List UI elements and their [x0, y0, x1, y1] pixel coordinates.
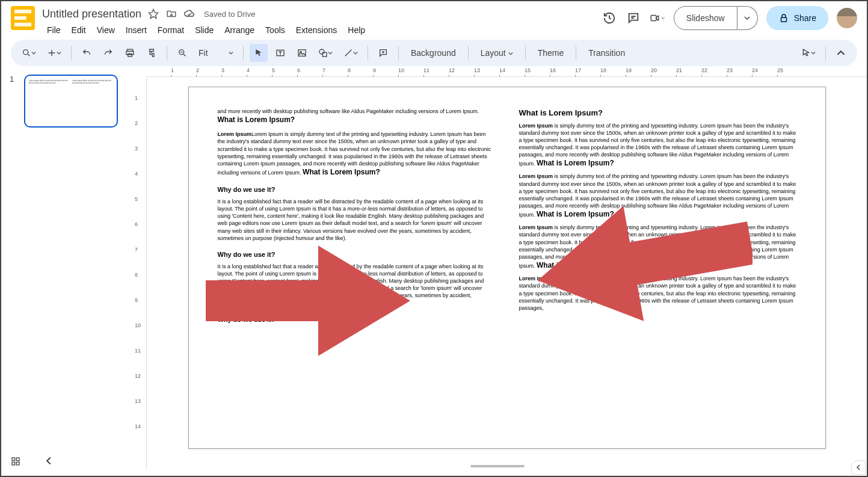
heading: What is Lorem Ipsum?	[537, 159, 614, 167]
saved-status: Saved to Drive	[204, 10, 255, 19]
menu-arrange[interactable]: Arrange	[220, 23, 259, 37]
textbox-button[interactable]	[271, 44, 289, 62]
svg-rect-8	[298, 50, 306, 57]
slideshow-dropdown[interactable]	[737, 6, 758, 30]
svg-rect-12	[12, 458, 15, 461]
transition-button[interactable]: Transition	[582, 48, 631, 58]
svg-rect-0	[651, 16, 656, 21]
annotation-arrow-left	[206, 235, 410, 367]
theme-button[interactable]: Theme	[532, 48, 570, 58]
star-icon[interactable]	[147, 8, 159, 20]
heading: What is Lorem Ipsum?	[303, 168, 380, 176]
grid-view-icon[interactable]	[11, 457, 20, 466]
annotation-arrow-right	[536, 186, 753, 337]
comments-icon[interactable]	[626, 10, 641, 26]
layout-button[interactable]: Layout	[475, 48, 519, 58]
menu-help[interactable]: Help	[343, 23, 370, 37]
svg-rect-1	[781, 17, 786, 22]
lock-icon	[778, 13, 789, 23]
cloud-saved-icon[interactable]	[183, 8, 195, 20]
collapse-filmstrip-icon[interactable]	[45, 457, 53, 466]
slideshow-button[interactable]: Slideshow	[674, 6, 737, 30]
menu-slide[interactable]: Slide	[190, 23, 218, 37]
background-button[interactable]: Background	[405, 48, 462, 58]
slides-logo[interactable]	[11, 6, 35, 30]
redo-button[interactable]	[99, 44, 117, 62]
image-button[interactable]	[293, 44, 311, 62]
menu-view[interactable]: View	[92, 23, 120, 37]
menu-tools[interactable]: Tools	[260, 23, 290, 37]
svg-point-2	[23, 50, 28, 55]
slide-thumbnail[interactable]: Lorem ipsum dolor sit amet text text tex…	[24, 75, 118, 128]
comment-add-button[interactable]	[374, 44, 392, 62]
undo-button[interactable]	[78, 44, 96, 62]
menu-bar: FileEditViewInsertFormatSlideArrangeTool…	[42, 23, 602, 37]
menu-edit[interactable]: Edit	[67, 23, 91, 37]
zoom-out-button[interactable]	[173, 44, 191, 62]
text-bold: Lorem Ipsum	[519, 173, 553, 179]
slide-number: 1	[10, 75, 14, 84]
document-title[interactable]: Untitled presentation	[42, 8, 141, 20]
menu-insert[interactable]: Insert	[121, 23, 152, 37]
share-button[interactable]: Share	[766, 6, 828, 30]
hide-menus-button[interactable]	[832, 44, 850, 62]
toolbar: Fit Background Layout Theme Transition	[11, 40, 857, 66]
account-avatar[interactable]	[837, 8, 857, 28]
svg-point-10	[319, 49, 324, 54]
new-slide-button[interactable]	[43, 44, 65, 62]
heading: Why do we use it?	[218, 185, 495, 194]
heading: What is Lorem Ipsum?	[218, 115, 295, 124]
speaker-notes-handle[interactable]	[470, 465, 525, 467]
search-menus-button[interactable]	[18, 44, 40, 62]
menu-extensions[interactable]: Extensions	[291, 23, 342, 37]
menu-format[interactable]: Format	[153, 23, 189, 37]
ruler-vertical: 1234567891011121314	[128, 77, 147, 470]
heading: What is Lorem Ipsum?	[519, 108, 796, 118]
zoom-select[interactable]: Fit	[195, 44, 237, 62]
zoom-value: Fit	[199, 48, 208, 58]
pointer-options-button[interactable]	[798, 44, 819, 62]
line-button[interactable]	[340, 44, 362, 62]
share-label: Share	[794, 13, 816, 23]
side-panel-toggle[interactable]	[851, 460, 866, 475]
filmstrip: 1 Lorem ipsum dolor sit amet text text t…	[1, 66, 128, 470]
move-icon[interactable]	[165, 8, 177, 20]
svg-rect-14	[12, 462, 15, 465]
menu-file[interactable]: File	[42, 23, 66, 37]
svg-rect-11	[322, 52, 327, 57]
svg-rect-13	[16, 458, 19, 461]
print-button[interactable]	[121, 44, 139, 62]
history-icon[interactable]	[602, 10, 617, 26]
header: Untitled presentation Saved to Drive Fil…	[1, 1, 867, 40]
paint-format-button[interactable]	[143, 44, 161, 62]
shape-button[interactable]	[315, 44, 336, 62]
text-bold: Lorem Ipsum	[218, 131, 252, 137]
text-block: and more recently with desktop publishin…	[218, 108, 479, 114]
svg-rect-15	[16, 462, 19, 465]
text-bold: Lorem Ipsum	[519, 123, 553, 129]
ruler-horizontal: 1234567891011121314151617181920212223242…	[147, 66, 867, 77]
canvas: 1234567891011121314151617181920212223242…	[128, 66, 867, 470]
select-tool[interactable]	[250, 44, 268, 62]
meet-icon[interactable]	[650, 10, 665, 26]
